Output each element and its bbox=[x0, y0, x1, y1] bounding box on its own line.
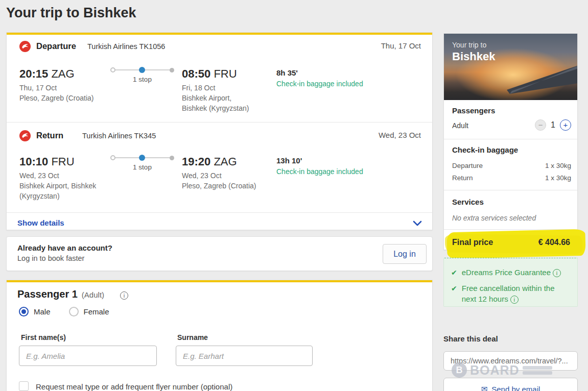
baggage-section-title: Check-in baggage bbox=[452, 145, 518, 154]
return-flight-number: Turkish Airlines TK345 bbox=[82, 132, 156, 140]
adult-count: 1 bbox=[551, 120, 555, 130]
timeline-origin-dot bbox=[110, 155, 115, 160]
female-radio-label[interactable]: Female bbox=[84, 307, 109, 316]
passenger-type: (Adult) bbox=[82, 290, 104, 299]
share-url-input[interactable] bbox=[443, 351, 578, 371]
passenger-title: Passenger 1(Adult) bbox=[17, 288, 104, 300]
return-destination-date: Wed, 23 Oct bbox=[182, 170, 222, 181]
departure-flight-number: Turkish Airlines TK1056 bbox=[87, 42, 165, 51]
timeline-stop-dot bbox=[139, 67, 145, 73]
return-stops-label: 1 stop bbox=[110, 163, 174, 171]
login-button[interactable]: Log in bbox=[383, 244, 427, 264]
return-destination-time-value: 19:20 bbox=[182, 155, 210, 168]
final-price-value: € 404.66 bbox=[538, 238, 570, 247]
free-cancellation-text: Free cancellation within the next 12 hou… bbox=[462, 283, 569, 304]
departure-origin-date: Thu, 17 Oct bbox=[19, 83, 57, 93]
adult-row-label: Adult bbox=[452, 121, 468, 130]
trip-hero-image: Your trip to Bishkek bbox=[444, 34, 577, 100]
return-header-date: Wed, 23 Oct bbox=[379, 131, 421, 139]
free-cancellation-row: ✔ Free cancellation within the next 12 h… bbox=[451, 283, 572, 304]
return-origin-place: Bishkek Airport, Bishkek (Kyrgyzstan) bbox=[19, 181, 110, 201]
price-guarantee-text: eDreams Price Guaranteei bbox=[462, 267, 561, 278]
departure-origin-code: ZAG bbox=[51, 67, 74, 80]
card-accent-bar bbox=[7, 33, 432, 35]
return-duration: 13h 10' bbox=[276, 156, 302, 165]
trip-summary-card: Your trip to Bishkek Passengers Adult − … bbox=[443, 33, 578, 250]
female-radio[interactable] bbox=[69, 307, 79, 316]
baggage-departure-label: Departure bbox=[452, 162, 483, 169]
final-price-row: Final price € 404.66 bbox=[444, 234, 577, 252]
timeline-origin-dot bbox=[110, 67, 115, 72]
timeline-stop-dot bbox=[139, 155, 145, 161]
show-details-link[interactable]: Show details bbox=[17, 218, 64, 227]
guarantees-panel: ✔ eDreams Price Guaranteei ✔ Free cancel… bbox=[443, 258, 578, 307]
departure-destination-time: 08:50 FRU bbox=[182, 67, 237, 81]
meal-checkbox-row: Request meal type or add frequent flyer … bbox=[19, 381, 232, 391]
minus-button[interactable]: − bbox=[535, 119, 546, 131]
baggage-return-value: 1 x 30kg bbox=[545, 174, 571, 182]
first-name-label: First name(s) bbox=[21, 333, 66, 341]
passengers-section-title: Passengers bbox=[452, 106, 495, 115]
departure-origin-time-value: 20:15 bbox=[19, 67, 48, 80]
price-guarantee-label: eDreams Price Guarantee bbox=[462, 268, 551, 277]
page-title: Your trip to Bishkek bbox=[6, 5, 136, 21]
departure-destination-place: Bishkek Airport, Bishkek (Kyrgyzstan) bbox=[182, 93, 258, 113]
segment-divider bbox=[7, 212, 432, 213]
sidebar-divider bbox=[444, 139, 577, 139]
return-destination-code: ZAG bbox=[214, 155, 237, 168]
surname-input[interactable] bbox=[176, 346, 313, 366]
departure-origin-time: 20:15 ZAG bbox=[19, 67, 75, 81]
info-icon[interactable]: i bbox=[510, 296, 519, 304]
email-icon: ✉ bbox=[481, 384, 488, 391]
departure-stops-timeline: 1 stop bbox=[110, 64, 174, 87]
chevron-down-icon[interactable] bbox=[413, 221, 422, 227]
return-origin-time-value: 10:10 bbox=[19, 155, 48, 168]
surname-label: Surname bbox=[177, 333, 208, 341]
check-icon: ✔ bbox=[451, 267, 457, 278]
departure-origin-place: Pleso, Zagreb (Croatia) bbox=[19, 93, 116, 103]
passenger-info-icon[interactable]: i bbox=[120, 291, 128, 300]
departure-header-date: Thu, 17 Oct bbox=[381, 41, 421, 50]
timeline-destination-dot bbox=[170, 156, 174, 160]
baggage-departure-value: 1 x 30kg bbox=[545, 162, 571, 169]
gender-radio-group: Male Female bbox=[19, 307, 123, 316]
departure-destination-time-value: 08:50 bbox=[182, 67, 210, 80]
return-origin-time: 10:10 FRU bbox=[19, 155, 75, 168]
check-icon: ✔ bbox=[451, 283, 457, 304]
send-by-email-label: Send by email bbox=[491, 385, 540, 391]
male-radio[interactable] bbox=[19, 307, 29, 316]
free-cancellation-label: Free cancellation within the next 12 hou… bbox=[462, 284, 555, 303]
adult-count-stepper: − 1 + bbox=[535, 119, 571, 131]
return-destination-time: 19:20 ZAG bbox=[182, 155, 237, 168]
share-deal-title: Share this deal bbox=[443, 334, 498, 343]
baggage-return-label: Return bbox=[452, 174, 473, 182]
services-section-title: Services bbox=[452, 198, 484, 206]
meal-checkbox[interactable] bbox=[19, 381, 29, 391]
login-question: Already have an account? bbox=[17, 243, 112, 252]
timeline-destination-dot bbox=[170, 68, 174, 72]
return-origin-date: Wed, 23 Oct bbox=[19, 170, 59, 181]
segment-divider bbox=[7, 122, 432, 123]
plus-button[interactable]: + bbox=[560, 119, 571, 131]
departure-baggage-note: Check-in baggage included bbox=[276, 80, 363, 88]
return-label: Return bbox=[36, 131, 63, 140]
departure-destination-date: Fri, 18 Oct bbox=[182, 83, 215, 93]
return-origin-code: FRU bbox=[51, 155, 74, 168]
final-price-label: Final price bbox=[452, 238, 493, 247]
hero-line1: Your trip to bbox=[452, 41, 486, 49]
airplane-wing-graphic bbox=[505, 60, 577, 96]
passenger-card: Passenger 1(Adult) i Male Female First n… bbox=[6, 280, 433, 391]
departure-stops-label: 1 stop bbox=[110, 76, 174, 83]
hero-line2: Bishkek bbox=[452, 50, 495, 63]
login-subtitle: Log in to book faster bbox=[17, 254, 84, 262]
return-destination-place: Pleso, Zagreb (Croatia) bbox=[182, 181, 279, 191]
send-by-email-button[interactable]: ✉Send by email bbox=[443, 378, 578, 391]
price-guarantee-row: ✔ eDreams Price Guaranteei bbox=[451, 267, 572, 278]
info-icon[interactable]: i bbox=[553, 269, 561, 277]
meal-checkbox-label[interactable]: Request meal type or add frequent flyer … bbox=[36, 381, 232, 391]
first-name-input[interactable] bbox=[19, 346, 157, 366]
departure-duration: 8h 35' bbox=[276, 68, 298, 77]
passenger-title-text: Passenger 1 bbox=[17, 288, 78, 300]
card-accent-bar bbox=[7, 280, 432, 282]
male-radio-label[interactable]: Male bbox=[34, 307, 51, 316]
